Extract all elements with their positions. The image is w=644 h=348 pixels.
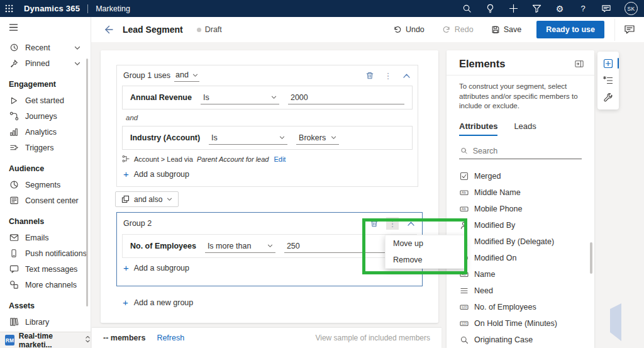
attribute-item[interactable]: Originating Case [447,332,594,348]
watermark-ribbon [608,303,624,342]
undo-button[interactable]: Undo [387,22,431,37]
search-input[interactable] [473,147,580,155]
sidebar-item-journeys[interactable]: Journeys [0,108,91,124]
attribute-item[interactable]: Need [447,283,594,299]
more-options-kebab-icon[interactable]: ⋮ [386,217,399,230]
chevron-down-icon[interactable] [74,43,80,52]
segments-pie-icon [9,180,19,190]
attribute-item[interactable]: Merged [447,168,594,184]
sidebar-section-assets: Assets [0,293,91,314]
sidebar-scrollbar[interactable] [86,59,88,306]
plus-icon: + [123,298,128,307]
brand-title[interactable]: Dynamics 365 [24,4,80,13]
group-connector-dropdown[interactable]: and also [115,191,179,207]
group-1-operator-dropdown[interactable]: and [174,69,199,82]
sidebar-item-label: Emails [25,233,49,242]
refresh-link[interactable]: Refresh [157,334,184,342]
command-bar: Lead Segment Draft Undo Redo Save Ready … [91,17,644,42]
collapse-chevron-up-icon[interactable] [404,217,417,230]
redo-button[interactable]: Redo [436,22,480,37]
add-subgroup-button[interactable]: + Add a subgroup [123,263,416,272]
condition-operator-dropdown[interactable]: Is [209,132,287,145]
app-launcher-icon[interactable] [0,0,18,17]
sidebar-item-recent[interactable]: Recent [0,40,91,55]
sidebar-item-analytics[interactable]: Analytics [0,124,91,140]
more-options-kebab-icon[interactable]: ⋮ [382,69,394,82]
filter-icon[interactable] [531,4,541,14]
condition-value-dropdown[interactable]: Brokers [296,132,339,145]
user-avatar[interactable]: SK [625,2,638,15]
text-field-icon: Ab [460,188,469,197]
search-box[interactable] [459,144,582,159]
group-2: Group 2 ⋮ No. of Employees Is more than … [116,212,423,286]
sidebar-item-text-messages[interactable]: Text messages [0,261,91,277]
sidebar-item-more-channels[interactable]: More channels [0,277,91,293]
condition-operator-dropdown[interactable]: Is more than [205,240,275,253]
menu-item-move-up[interactable]: Move up [386,235,465,252]
elements-panel-tabs: Attributes Leads [447,111,594,136]
delete-group-icon[interactable] [364,69,376,82]
collapse-chevron-up-icon[interactable] [400,69,413,82]
sidebar-item-label: Get started [25,96,64,105]
tab-attributes[interactable]: Attributes [459,121,497,136]
lightbulb-icon[interactable] [485,4,495,14]
attribute-item[interactable]: 123 No. of Employees [447,299,594,315]
attribute-item[interactable]: Ab Mobile Phone [447,201,594,217]
collapse-panel-icon[interactable] [574,59,584,69]
sidebar-item-label: Recent [25,43,50,52]
elements-panel-description: To construct your segment, select attrib… [447,76,594,111]
sidebar-item-emails[interactable]: Emails [0,230,91,245]
sidebar-item-library[interactable]: Library [0,314,91,330]
condition-value-input[interactable] [288,91,404,104]
edit-relationship-link[interactable]: Edit [274,155,286,163]
plus-icon: + [123,169,129,179]
attribute-item[interactable]: Modified On [447,250,594,266]
sidebar-item-push-notifications[interactable]: Push notifications [0,245,91,261]
ready-to-use-button[interactable]: Ready to use [536,21,604,38]
app-name[interactable]: Marketing [96,4,130,13]
save-button[interactable]: Save [485,22,528,37]
help-icon[interactable]: ? [578,4,588,14]
add-elements-tool-icon[interactable] [601,57,615,70]
tools-wrench-icon[interactable] [601,91,615,104]
sidebar-item-get-started[interactable]: Get started [0,93,91,108]
attribute-item[interactable]: Ab Name [447,266,594,283]
chevron-down-icon [279,135,285,140]
sidebar-item-label: Push notifications [25,249,87,258]
number-icon: 123 [460,303,469,312]
sidebar-item-label: Analytics [25,128,57,137]
hamburger-menu-icon[interactable] [0,17,91,35]
attribute-item[interactable]: Ab Middle Name [447,184,594,201]
required-list-tool-icon[interactable] [601,74,615,87]
status-dot-icon [197,28,201,32]
lookup-icon [460,335,469,344]
attribute-item[interactable]: Modified By (Delegate) [447,233,594,250]
sidebar-item-consent-center[interactable]: Consent center [0,193,91,208]
back-arrow-icon[interactable] [104,25,114,35]
consent-document-icon [9,196,19,206]
attribute-item[interactable]: 123 On Hold Time (Minutes) [447,315,594,332]
condition-operator-dropdown[interactable]: Is [201,91,279,104]
attribute-item[interactable]: Modified By [447,217,594,233]
settings-gear-icon[interactable]: ⚙ [555,4,565,14]
add-new-group-button[interactable]: + Add a new group [123,298,193,307]
menu-item-remove[interactable]: Remove [386,252,465,268]
area-badge: RM [5,335,14,345]
sidebar-section-channels: Channels [0,208,91,230]
area-switcher[interactable]: RM Real-time marketi... [0,332,91,348]
add-icon[interactable] [508,4,518,14]
tab-leads[interactable]: Leads [514,121,536,136]
chevron-down-icon[interactable] [74,59,80,68]
pin-icon [9,59,19,69]
sidebar-item-pinned[interactable]: Pinned [0,55,91,71]
panel-scrollbar[interactable] [590,242,592,274]
sidebar-item-triggers[interactable]: Triggers [0,140,91,155]
feedback-chat-icon[interactable] [614,19,635,41]
add-subgroup-button[interactable]: + Add a subgroup [123,169,411,179]
sidebar-item-segments[interactable]: Segments [0,177,91,193]
delete-group-icon[interactable] [368,217,380,230]
side-toolbar [597,52,619,109]
view-sample-link[interactable]: View sample of included members [315,334,430,342]
search-icon[interactable] [462,4,472,14]
feedback-icon[interactable] [601,4,611,14]
